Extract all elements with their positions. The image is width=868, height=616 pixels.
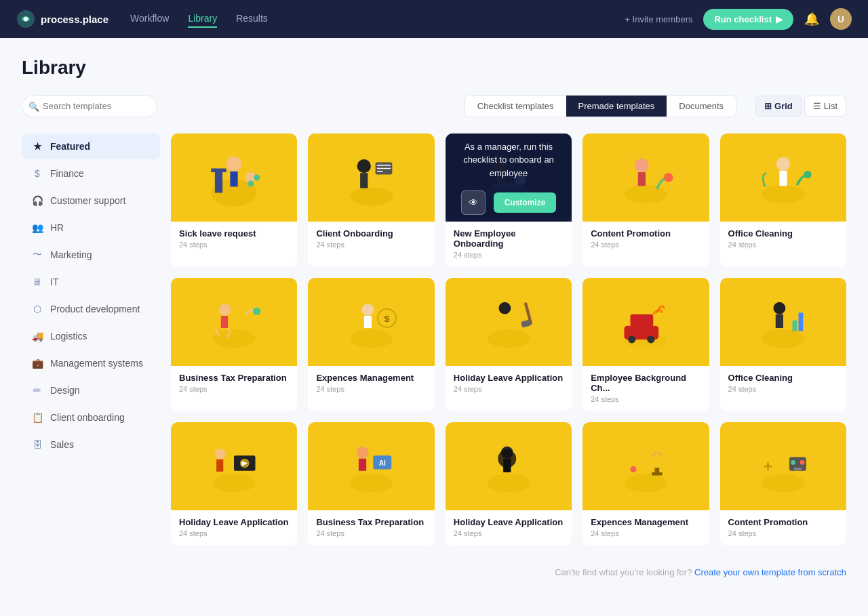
avatar[interactable]: U xyxy=(830,8,852,30)
svg-rect-40 xyxy=(501,314,509,328)
svg-point-5 xyxy=(226,157,242,172)
tab-documents[interactable]: Documents xyxy=(667,96,736,117)
eye-button[interactable]: 👁 xyxy=(461,190,486,215)
card-body: Office Cleaning 24 steps xyxy=(720,222,846,257)
logo-text: process.place xyxy=(41,14,108,25)
card-body: Business Tax Preparation 24 steps xyxy=(171,366,297,401)
svg-point-8 xyxy=(254,175,260,181)
card-title: Expences Management xyxy=(591,517,701,527)
sidebar-item-management-systems[interactable]: 💼 Management systems xyxy=(22,350,160,376)
sidebar-item-product-development[interactable]: ⬡ Product development xyxy=(22,296,160,322)
sidebar-item-featured[interactable]: ★ Featured xyxy=(22,134,160,159)
sidebar-item-customer-support[interactable]: 🎧 Customer support xyxy=(22,188,160,213)
template-card[interactable]: $ Expences Management 24 steps xyxy=(308,278,434,411)
svg-point-74 xyxy=(791,460,795,465)
tab-premade-templates[interactable]: Premade templates xyxy=(566,96,667,117)
list-icon: ☰ xyxy=(813,101,821,111)
sidebar-item-design[interactable]: ✏ Design xyxy=(22,377,160,403)
svg-rect-35 xyxy=(363,316,371,328)
svg-rect-51 xyxy=(792,321,797,331)
invite-members-button[interactable]: + Invite members xyxy=(625,14,692,24)
svg-rect-27 xyxy=(779,171,787,186)
sidebar-item-sales[interactable]: 🗄 Sales xyxy=(22,432,160,457)
card-title: Sick leave request xyxy=(179,228,289,239)
grid-view-button[interactable]: ⊞ Grid xyxy=(755,96,802,117)
nav-workflow[interactable]: Workflow xyxy=(130,10,169,28)
card-steps: 24 steps xyxy=(591,241,701,249)
database-icon: 🗄 xyxy=(31,438,43,451)
overlay-text: As a manager, run this checklist to onbo… xyxy=(456,140,561,180)
svg-point-30 xyxy=(219,304,231,316)
main-container: Library 🔍 Checklist templates Premade te… xyxy=(0,38,868,607)
template-card[interactable]: Holiday Leave Application 24 steps xyxy=(171,422,297,546)
svg-point-54 xyxy=(213,474,256,492)
run-checklist-button[interactable]: Run checklist ▶ xyxy=(703,9,793,30)
list-label: List xyxy=(824,101,837,111)
nav-library[interactable]: Library xyxy=(188,10,217,28)
monitor-icon: 🖥 xyxy=(31,276,43,288)
search-input[interactable] xyxy=(22,95,157,117)
template-card[interactable]: Office Cleaning 24 steps xyxy=(720,278,846,411)
card-body: Expences Management 24 steps xyxy=(583,510,709,546)
svg-point-28 xyxy=(804,171,811,178)
template-card[interactable]: Business Tax Preparation 24 steps xyxy=(171,278,297,411)
sidebar-item-label: Product development xyxy=(50,304,140,314)
template-grid: Sick leave request 24 steps Client Onboa… xyxy=(171,134,846,546)
svg-rect-3 xyxy=(215,170,222,193)
tab-checklist-templates[interactable]: Checklist templates xyxy=(465,96,566,117)
card-image: As a manager, run this checklist to onbo… xyxy=(446,134,572,222)
sidebar-item-hr[interactable]: 👥 HR xyxy=(22,215,160,241)
sidebar-item-label: Sales xyxy=(50,439,74,450)
svg-rect-47 xyxy=(631,314,654,327)
nav-results[interactable]: Results xyxy=(236,10,268,28)
svg-point-22 xyxy=(635,159,649,172)
svg-point-1 xyxy=(24,17,28,21)
card-body: Content Promotion 24 steps xyxy=(583,222,709,257)
sidebar-item-finance[interactable]: $ Finance xyxy=(22,161,160,186)
card-body: Holiday Leave Application 24 steps xyxy=(446,366,572,401)
template-card[interactable]: Client Onboarding 24 steps xyxy=(308,134,434,267)
svg-rect-61 xyxy=(358,459,366,471)
card-body: Expences Management 24 steps xyxy=(308,366,434,401)
template-card[interactable]: Holiday Leave Application 24 steps xyxy=(446,278,572,411)
sidebar-item-client-onboarding[interactable]: 📋 Client onboarding xyxy=(22,405,160,430)
card-steps: 24 steps xyxy=(591,395,701,403)
template-card[interactable]: Employee Background Ch... 24 steps xyxy=(583,278,709,411)
svg-rect-70 xyxy=(652,472,663,476)
star-icon: ★ xyxy=(31,140,43,152)
card-steps: 24 steps xyxy=(179,241,289,249)
template-card[interactable]: Holiday Leave Application 24 steps xyxy=(446,422,572,546)
sidebar-item-label: HR xyxy=(50,222,64,233)
card-steps: 24 steps xyxy=(728,385,838,393)
svg-point-29 xyxy=(213,329,256,348)
list-view-button[interactable]: ☰ List xyxy=(804,96,846,117)
template-card[interactable]: AI Business Tax Preparation 24 steps xyxy=(308,422,434,546)
play-icon: ▶ xyxy=(776,14,783,24)
template-card[interactable]: Content Promotion 24 steps xyxy=(720,422,846,546)
sidebar-item-marketing[interactable]: 〜 Marketing xyxy=(22,242,160,268)
template-card[interactable]: Sick leave request 24 steps xyxy=(171,134,297,267)
template-card[interactable]: As a manager, run this checklist to onbo… xyxy=(446,134,572,267)
sidebar-item-label: IT xyxy=(50,276,58,287)
sidebar-item-logistics[interactable]: 🚚 Logistics xyxy=(22,323,160,349)
truck-icon: 🚚 xyxy=(31,330,43,342)
svg-rect-31 xyxy=(221,316,228,328)
logo[interactable]: process.place xyxy=(16,9,108,28)
card-image xyxy=(583,278,709,366)
card-steps: 24 steps xyxy=(454,251,564,259)
svg-point-46 xyxy=(648,335,655,343)
svg-text:$: $ xyxy=(384,314,389,324)
card-image xyxy=(308,134,434,222)
template-card[interactable]: Content Promotion 24 steps xyxy=(583,134,709,267)
template-card[interactable]: Expences Management 24 steps xyxy=(583,422,709,546)
template-card[interactable]: Office Cleaning 24 steps xyxy=(720,134,846,267)
card-title: Holiday Leave Application xyxy=(179,517,289,527)
customize-button[interactable]: Customize xyxy=(494,192,557,213)
sidebar-item-it[interactable]: 🖥 IT xyxy=(22,269,160,295)
create-template-link[interactable]: Create your own template from scratch xyxy=(694,567,846,577)
svg-rect-50 xyxy=(776,314,783,328)
card-image xyxy=(720,278,846,366)
card-title: Client Onboarding xyxy=(316,228,426,239)
svg-point-75 xyxy=(800,460,805,465)
bell-icon[interactable]: 🔔 xyxy=(804,12,819,26)
